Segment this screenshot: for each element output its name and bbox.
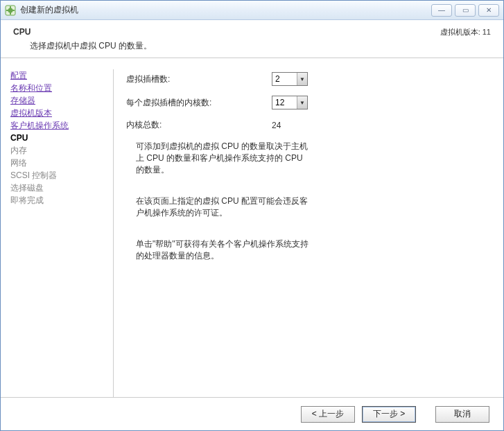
vm-version-label: 虚拟机版本: 11 [440,27,491,37]
sockets-value: 2 [275,74,280,84]
page-subtitle: 选择虚拟机中虚拟 CPU 的数量。 [30,40,491,52]
sidebar-step-0[interactable]: 配置 [10,69,107,82]
cancel-button[interactable]: 取消 [435,406,489,423]
sockets-select[interactable]: 2 ▼ [272,72,308,86]
sidebar-step-6: 内存 [10,144,107,157]
total-cores-value: 24 [272,121,281,130]
window-title: 创建新的虚拟机 [20,4,428,16]
next-button[interactable]: 下一步 > [362,406,416,423]
cores-label: 每个虚拟插槽的内核数: [126,97,272,109]
sidebar-step-3[interactable]: 虚拟机版本 [10,107,107,119]
wizard-steps-sidebar: 配置名称和位置存储器虚拟机版本客户机操作系统CPU内存网络SCSI 控制器选择磁… [10,69,113,397]
chevron-down-icon: ▼ [297,96,307,109]
svg-rect-4 [6,10,8,11]
page-title: CPU [13,27,31,37]
vertical-separator [113,69,114,397]
cores-value: 12 [275,98,284,107]
sockets-label: 虚拟插槽数: [126,73,272,85]
titlebar: 创建新的虚拟机 — ▭ ✕ [1,1,503,20]
sidebar-step-7: 网络 [10,157,107,169]
sidebar-step-9: 选择磁盘 [10,182,107,194]
svg-rect-5 [12,10,15,11]
chevron-down-icon: ▼ [297,73,307,85]
svg-point-1 [8,8,13,12]
svg-rect-2 [10,6,11,8]
wizard-window: 创建新的虚拟机 — ▭ ✕ CPU 虚拟机版本: 11 选择虚拟机中虚拟 CPU… [0,0,504,431]
sidebar-step-5: CPU [10,132,107,144]
wizard-footer: < 上一步 下一步 > 取消 [1,397,503,430]
window-controls: — ▭ ✕ [428,4,499,17]
wizard-header: CPU 虚拟机版本: 11 选择虚拟机中虚拟 CPU 的数量。 [1,20,503,58]
back-button[interactable]: < 上一步 [301,406,355,423]
info-text-1: 可添加到虚拟机的虚拟 CPU 的数量取决于主机上 CPU 的数量和客户机操作系统… [136,141,309,176]
sidebar-step-1[interactable]: 名称和位置 [10,82,107,94]
minimize-button[interactable]: — [431,4,452,17]
close-button[interactable]: ✕ [478,4,499,17]
sidebar-step-2[interactable]: 存储器 [10,94,107,107]
svg-rect-3 [10,12,11,15]
cores-select[interactable]: 12 ▼ [272,96,308,109]
sidebar-step-4[interactable]: 客户机操作系统 [10,119,107,132]
info-text-2: 在该页面上指定的虚拟 CPU 配置可能会违反客户机操作系统的许可证。 [136,195,309,219]
app-icon [5,5,16,16]
total-cores-label: 内核总数: [126,119,272,131]
maximize-button[interactable]: ▭ [455,4,476,17]
info-text-3: 单击"帮助"可获得有关各个客户机操作系统支持的处理器数量的信息。 [136,238,309,262]
sidebar-step-8: SCSI 控制器 [10,169,107,182]
wizard-body: 配置名称和位置存储器虚拟机版本客户机操作系统CPU内存网络SCSI 控制器选择磁… [1,58,503,397]
main-panel: 虚拟插槽数: 2 ▼ 每个虚拟插槽的内核数: 12 ▼ 内核总数: 24 可添加… [126,69,494,397]
sidebar-step-10: 即将完成 [10,194,107,206]
